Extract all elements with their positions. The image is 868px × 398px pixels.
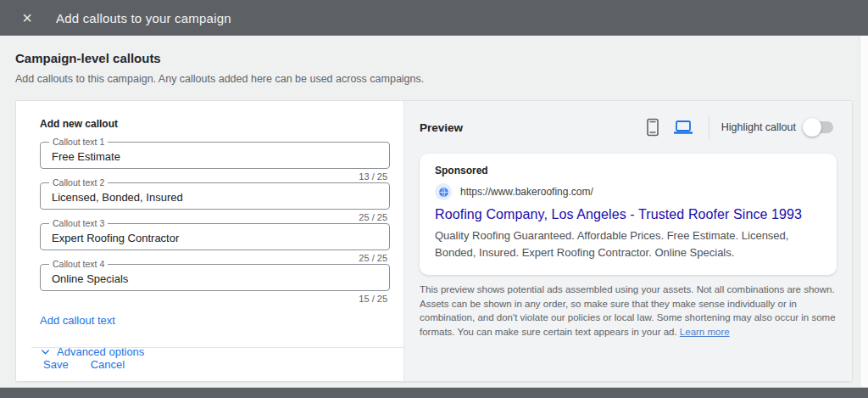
page-title: Campaign-level callouts: [15, 51, 778, 65]
callout-text-4-counter: 15 / 25: [40, 294, 387, 305]
globe-favicon-icon: [435, 183, 452, 200]
highlight-callout-label: Highlight callout: [721, 121, 796, 133]
scrollbar-track[interactable]: [860, 36, 868, 388]
callout-text-1-field[interactable]: Callout text 1: [40, 142, 390, 169]
callout-text-4-label: Callout text 4: [49, 259, 108, 269]
preview-header-divider: [709, 115, 709, 139]
sponsored-label: Sponsored: [435, 165, 821, 177]
page-subtitle: Add callouts to this campaign. Any callo…: [15, 73, 778, 85]
bottom-bar: [0, 388, 868, 398]
callout-field-group-2: Callout text 2 25 / 25: [40, 182, 390, 223]
ad-preview-card: Sponsored https://www.bakeroofing.com/ R…: [420, 154, 837, 275]
preview-header: Preview Highlight callout: [420, 115, 837, 140]
disclaimer-text: This preview shows potential ads assembl…: [420, 284, 836, 337]
ad-description: Quality Roofing Guaranteed. Affordable P…: [435, 227, 825, 261]
ad-headline: Roofing Company, Los Angeles - Trusted R…: [435, 207, 821, 222]
save-button[interactable]: Save: [43, 358, 69, 371]
add-callout-text-link[interactable]: Add callout text: [40, 314, 115, 327]
close-icon[interactable]: ×: [19, 9, 36, 26]
callouts-card: Add new callout Callout text 1 13 / 25 C…: [15, 100, 853, 382]
cancel-button[interactable]: Cancel: [91, 358, 125, 371]
ad-display-url: https://www.bakeroofing.com/: [460, 186, 593, 198]
callout-field-group-4: Callout text 4 15 / 25: [40, 264, 390, 305]
ad-url-row: https://www.bakeroofing.com/: [435, 183, 821, 200]
callout-text-2-label: Callout text 2: [49, 177, 108, 188]
desktop-preview-icon[interactable]: [673, 119, 693, 136]
modal-title: Add callouts to your campaign: [56, 11, 231, 25]
callout-text-4-field[interactable]: Callout text 4: [40, 264, 390, 291]
callout-field-group-1: Callout text 1 13 / 25: [40, 142, 390, 182]
callout-text-1-label: Callout text 1: [49, 137, 108, 147]
preview-disclaimer: This preview shows potential ads assembl…: [420, 283, 847, 339]
preview-title: Preview: [420, 121, 463, 134]
form-title: Add new callout: [40, 118, 390, 130]
callout-form-panel: Add new callout Callout text 1 13 / 25 C…: [16, 101, 404, 381]
learn-more-link[interactable]: Learn more: [680, 327, 730, 337]
toggle-knob: [803, 118, 821, 137]
mobile-preview-icon[interactable]: [646, 118, 659, 137]
callout-text-3-label: Callout text 3: [49, 218, 108, 228]
form-footer: Save Cancel: [31, 347, 403, 381]
callout-field-group-3: Callout text 3 25 / 25: [40, 223, 390, 264]
modal-header: × Add callouts to your campaign: [0, 0, 868, 36]
callout-text-2-field[interactable]: Callout text 2: [40, 182, 390, 210]
highlight-callout-toggle[interactable]: [804, 121, 833, 133]
callout-text-3-field[interactable]: Callout text 3: [40, 223, 390, 250]
page-heading-block: Campaign-level callouts Add callouts to …: [15, 51, 778, 85]
preview-panel: Preview Highlight callout Sponsored http…: [404, 101, 852, 381]
